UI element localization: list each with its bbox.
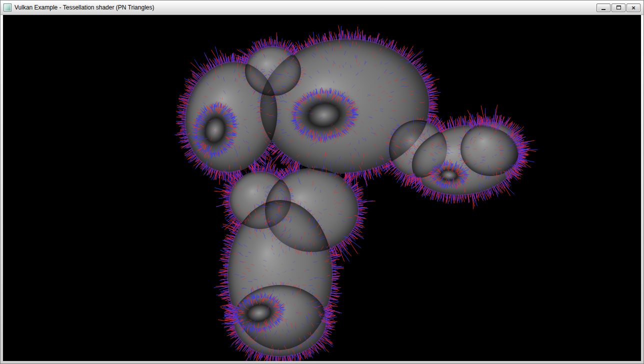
maximize-button[interactable] [612, 4, 626, 12]
vulkan-render-canvas[interactable] [3, 15, 641, 361]
window-title: Vulkan Example - Tessellation shader (PN… [14, 4, 154, 11]
titlebar[interactable]: Vulkan Example - Tessellation shader (PN… [0, 0, 644, 15]
app-window: Vulkan Example - Tessellation shader (PN… [0, 0, 644, 364]
app-icon [4, 4, 12, 12]
window-controls: × [596, 4, 640, 12]
maximize-icon [616, 6, 621, 10]
close-icon: × [632, 4, 636, 12]
minimize-button[interactable] [596, 4, 610, 12]
close-button[interactable]: × [626, 4, 640, 12]
minimize-icon [602, 9, 606, 10]
render-viewport[interactable] [3, 15, 641, 361]
